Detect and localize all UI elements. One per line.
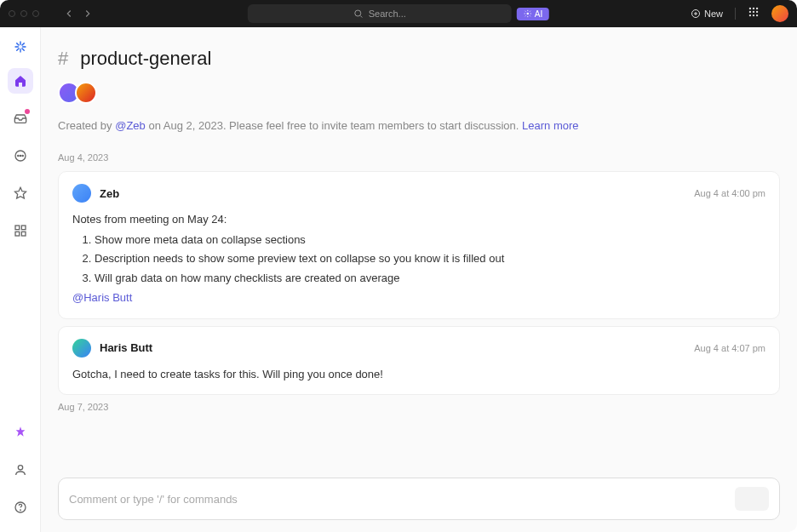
svg-point-25 [20, 155, 20, 156]
send-button[interactable] [735, 487, 769, 511]
svg-point-24 [17, 155, 18, 156]
ai-label: AI [535, 9, 542, 19]
svg-rect-29 [21, 226, 26, 230]
app-logo[interactable] [11, 37, 30, 56]
sidebar-inbox[interactable] [8, 106, 33, 131]
message-card: Zeb Aug 4 at 4:00 pm Notes from meeting … [58, 171, 780, 319]
svg-point-32 [18, 466, 22, 470]
sidebar-dashboard[interactable] [8, 218, 33, 243]
user-mention[interactable]: @Haris Butt [72, 291, 132, 304]
svg-marker-27 [14, 187, 26, 198]
message-card: Haris Butt Aug 4 at 4:07 pm Gotcha, I ne… [58, 326, 780, 396]
apps-icon[interactable] [748, 6, 760, 21]
comment-input[interactable] [69, 493, 735, 506]
svg-point-0 [355, 10, 361, 16]
list-item: Show more meta data on collapse sections [95, 232, 765, 249]
search-input[interactable]: Search... [248, 4, 512, 23]
learn-more-link[interactable]: Learn more [522, 119, 578, 132]
author-name: Zeb [100, 187, 119, 200]
sidebar-upgrade-icon[interactable] [8, 420, 33, 445]
date-separator: Aug 4, 2023 [58, 152, 780, 163]
author-name: Haris Butt [100, 341, 152, 354]
svg-rect-28 [15, 226, 20, 230]
svg-point-14 [756, 14, 758, 16]
nav-back-button[interactable] [63, 8, 75, 20]
svg-point-26 [22, 155, 23, 156]
comment-composer[interactable] [58, 478, 780, 520]
member-avatar[interactable] [75, 82, 97, 104]
sidebar-help-icon[interactable] [8, 495, 33, 520]
author-avatar[interactable] [72, 339, 91, 358]
sidebar-more[interactable] [8, 143, 33, 169]
svg-point-7 [753, 8, 754, 9]
new-label: New [704, 9, 723, 19]
member-list[interactable] [58, 82, 780, 104]
sidebar-profile-icon[interactable] [8, 457, 33, 483]
creator-mention[interactable]: @Zeb [115, 119, 146, 132]
user-avatar[interactable] [771, 5, 788, 22]
message-text: Gotcha, I need to create tasks for this.… [72, 366, 765, 383]
author-avatar[interactable] [72, 184, 91, 203]
list-item: Will grab data on how many checklists ar… [95, 270, 765, 287]
hash-icon: # [58, 48, 68, 70]
svg-rect-31 [21, 232, 26, 236]
list-item: Description needs to show some preview t… [95, 250, 765, 267]
nav-forward-button[interactable] [82, 8, 94, 20]
sidebar-home[interactable] [8, 68, 33, 94]
svg-rect-30 [15, 232, 20, 236]
notification-dot [25, 109, 30, 114]
svg-point-9 [749, 11, 751, 13]
message-time: Aug 4 at 4:07 pm [694, 343, 765, 353]
message-time: Aug 4 at 4:00 pm [694, 188, 765, 198]
svg-point-12 [749, 14, 751, 16]
sidebar-favorites[interactable] [8, 180, 33, 206]
svg-point-10 [753, 11, 754, 13]
window-controls [9, 10, 39, 17]
channel-title: product-general [80, 48, 211, 70]
divider [735, 8, 736, 20]
svg-point-13 [753, 14, 754, 16]
message-text: Notes from meeting on May 24: [72, 211, 765, 228]
date-separator: Aug 7, 2023 [58, 402, 780, 412]
new-button[interactable]: New [691, 9, 723, 19]
svg-point-34 [20, 510, 20, 511]
svg-line-21 [16, 49, 18, 50]
svg-point-11 [756, 11, 758, 13]
ai-button[interactable]: AI [517, 8, 549, 20]
svg-point-6 [749, 8, 751, 9]
search-placeholder: Search... [369, 9, 406, 19]
svg-line-1 [360, 16, 362, 18]
svg-point-2 [527, 13, 530, 15]
channel-meta: Created by @Zeb on Aug 2, 2023. Please f… [58, 119, 780, 132]
svg-point-8 [756, 8, 758, 9]
svg-line-20 [22, 49, 24, 50]
